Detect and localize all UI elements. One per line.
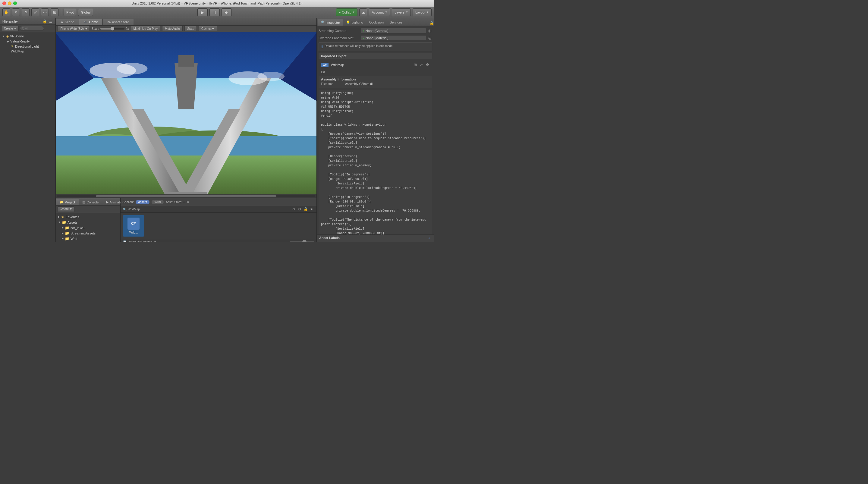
scale-tool-button[interactable]: ⤢ [31, 8, 39, 16]
play-button[interactable]: ▶ [197, 8, 208, 16]
occlusion-tab[interactable]: Occlusion [366, 19, 387, 26]
account-dropdown[interactable]: Account ▼ [369, 8, 390, 16]
open-button[interactable]: ↗ [419, 62, 424, 67]
virtual-reality-item[interactable]: ▶ VirtualReality [0, 39, 56, 44]
size-slider[interactable] [290, 241, 314, 242]
filter-wrld-tag[interactable]: 'Wrld' [151, 200, 164, 204]
svg-marker-11 [175, 63, 198, 110]
streaming-camera-value[interactable]: ● None (Camera) [361, 28, 426, 33]
gizmos-button[interactable]: Gizmos ▼ [198, 26, 217, 31]
hierarchy-lock-button[interactable]: 🔒 [42, 19, 47, 24]
inspector-tab-icon: 🔍 [321, 21, 325, 24]
project-tab[interactable]: 📁 Project [56, 199, 79, 205]
file-path-text: Wrld/API/WrldMap.cs [128, 241, 156, 242]
wrldmap-item[interactable]: WrldMap [0, 49, 56, 54]
vr-scene-svg [56, 32, 316, 198]
console-tab[interactable]: ▤ Console [79, 199, 102, 205]
store-count: Asset Store: 1 / 0 [166, 201, 189, 204]
game-tab[interactable]: 🎮 Game [79, 19, 102, 25]
scene-tab-icon: ⛰ [60, 20, 64, 24]
select-button[interactable]: ⊞ [413, 62, 418, 67]
favorites-item[interactable]: ▶ ★ Favorites [56, 214, 120, 220]
project-create-button[interactable]: Create ▼ [58, 206, 74, 212]
assets-folder-icon: 📁 [62, 220, 66, 224]
star-button[interactable]: ★ [309, 207, 314, 212]
services-tab[interactable]: Services [387, 19, 405, 26]
game-viewport[interactable] [56, 32, 316, 198]
pause-button[interactable]: ⏸ [210, 8, 220, 16]
code-line-3: #if UNITY_EDITOR [321, 104, 430, 109]
streaming-assets-item[interactable]: ▶ 📁 StreamingAssets [56, 231, 120, 236]
size-slider-thumb[interactable] [302, 240, 307, 242]
maximize-on-play-button[interactable]: Maximize On Play [131, 26, 161, 31]
mute-audio-button[interactable]: Mute Audio [162, 26, 183, 31]
cloud-button[interactable]: ☁ [359, 8, 367, 16]
hierarchy-create-button[interactable]: Create ▼ [2, 26, 19, 31]
lighting-tab[interactable]: 💡 Lighting [343, 19, 366, 26]
wrldmap-asset-item[interactable]: C# Wrld... [123, 215, 144, 237]
inspector-tab[interactable]: 🔍 Inspector [318, 19, 343, 26]
svg-point-17 [117, 63, 147, 74]
assets-search-bar: Search: Assets 'Wrld' Asset Store: 1 / 0 [121, 198, 316, 206]
layout-arrow: ▼ [427, 11, 429, 13]
vr-label: VirtualReality [10, 39, 30, 43]
scene-tab[interactable]: ⛰ Scene [56, 19, 79, 25]
hierarchy-search[interactable] [20, 26, 44, 31]
viewport-scrollbar[interactable] [56, 194, 316, 198]
move-tool-button[interactable]: ✥ [12, 8, 20, 16]
scale-slider-track[interactable] [100, 28, 124, 30]
sor-lake-item[interactable]: ▶ 📁 sor_lake1 [56, 225, 120, 231]
assets-root-item[interactable]: ▼ 📁 Assets [56, 220, 120, 225]
project-tab-icon: 📁 [59, 200, 64, 204]
traffic-lights[interactable] [2, 1, 17, 5]
lock-icon-button[interactable]: 🔒 [303, 207, 308, 212]
maximize-button[interactable] [13, 1, 17, 5]
fav-expand: ▶ [58, 215, 60, 218]
close-button[interactable] [2, 1, 6, 5]
minimize-button[interactable] [8, 1, 11, 5]
resolution-dropdown[interactable]: iPhone Wide (3:2) ▼ [58, 26, 90, 31]
size-control[interactable] [290, 241, 314, 242]
streaming-camera-target-button[interactable]: ◎ [427, 28, 432, 33]
global-button[interactable]: Global [78, 9, 93, 16]
inspector-lock-button[interactable]: 🔒 [429, 21, 434, 26]
material-dot: ● [363, 37, 364, 39]
override-target-button[interactable]: ◎ [427, 36, 432, 40]
override-landmark-value[interactable]: ● None (Material) [361, 35, 426, 41]
code-line-13 [321, 150, 430, 154]
info-icon: ℹ [321, 44, 323, 49]
rect-tool-button[interactable]: ▭ [41, 8, 49, 16]
step-button[interactable]: ⏭ [221, 8, 232, 16]
refresh-button[interactable]: ↻ [291, 207, 296, 212]
asset-store-tab[interactable]: 🛍 Asset Store [103, 19, 133, 25]
animation-tab-icon: ▶ [106, 200, 108, 204]
settings-button[interactable]: ⚙ [297, 207, 302, 212]
file-path: 📄 Wrld/API/WrldMap.cs [123, 241, 156, 242]
code-line-21: private double m_latitudeDegrees = 40.44… [321, 186, 430, 190]
layout-dropdown[interactable]: Layout ▼ [412, 8, 432, 16]
wrld-folder-icon: 📁 [65, 237, 69, 241]
collab-button[interactable]: ● Collab ▼ [336, 8, 358, 16]
scene-root-item[interactable]: ▼ ◈ VRScene [0, 33, 56, 39]
wrldmap-inspector-name: WrldMap [331, 63, 344, 67]
wrld-folder-item[interactable]: ▶ 📁 Wrld [56, 236, 120, 241]
scale-slider-thumb[interactable] [111, 27, 114, 30]
hierarchy-menu-button[interactable]: ☰ [48, 19, 53, 24]
sor-expand: ▶ [62, 226, 64, 229]
scale-value: 2x [126, 27, 129, 30]
stats-button[interactable]: Stats [184, 26, 197, 31]
wm-label: WrldMap [11, 50, 24, 53]
layers-dropdown[interactable]: Layers ▼ [392, 8, 411, 16]
scrollbar-thumb[interactable] [96, 195, 277, 197]
asset-labels-button[interactable]: + [427, 236, 432, 241]
code-line-2: using Wrld.Scripts.Utilities; [321, 100, 430, 104]
pivot-button[interactable]: Pivot [64, 9, 76, 16]
rotate-tool-button[interactable]: ↻ [22, 8, 30, 16]
viewport-container: ⛰ Scene 🎮 Game 🛍 Asset Store iPhone Wide… [56, 18, 316, 198]
directional-light-item[interactable]: ☀ Directional Light [0, 44, 56, 49]
cs-label: C# [321, 70, 325, 74]
transform-tool-button[interactable]: ⊞ [51, 8, 59, 16]
filter-assets-tag[interactable]: Assets [135, 200, 150, 204]
hand-tool-button[interactable]: ✋ [2, 8, 10, 16]
wrldmap-settings-button[interactable]: ⚙ [425, 62, 430, 67]
